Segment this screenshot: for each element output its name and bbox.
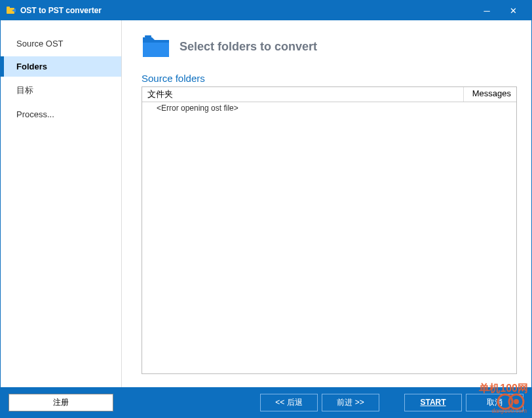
- nav-group: << 后退 前进 >>: [260, 394, 379, 411]
- minimize-button[interactable]: ─: [480, 6, 493, 16]
- column-header-folder[interactable]: 文件夹: [142, 87, 464, 102]
- window-controls: ─ ✕: [480, 6, 526, 16]
- sidebar-item-label: Source OST: [16, 39, 64, 48]
- svg-rect-3: [145, 35, 151, 37]
- sidebar-item-folders[interactable]: Folders: [1, 56, 121, 77]
- end-group: START 取消: [404, 394, 523, 411]
- sidebar-item-source-ost[interactable]: Source OST: [1, 33, 121, 54]
- table-header: 文件夹 Messages: [142, 87, 516, 102]
- main-area: Source OST Folders 目标 Process... Select …: [1, 20, 531, 387]
- svg-rect-1: [7, 7, 10, 9]
- column-header-messages[interactable]: Messages: [464, 87, 516, 102]
- sidebar-item-label: 目标: [16, 85, 33, 95]
- row-text: <Error opening ost file>: [157, 104, 238, 113]
- window-title: OST to PST converter: [20, 6, 480, 15]
- forward-button[interactable]: 前进 >>: [322, 394, 379, 411]
- close-button[interactable]: ✕: [506, 6, 520, 16]
- table-body: <Error opening ost file>: [142, 102, 516, 373]
- sidebar-item-label: Folders: [16, 62, 47, 71]
- bottombar: 注册 << 后退 前进 >> START 取消: [1, 387, 531, 417]
- start-button[interactable]: START: [404, 394, 462, 411]
- sidebar-item-process[interactable]: Process...: [1, 104, 121, 124]
- content-header: Select folders to convert: [142, 33, 517, 60]
- back-button[interactable]: << 后退: [260, 394, 318, 411]
- svg-rect-2: [143, 43, 169, 57]
- section-label: Source folders: [142, 73, 517, 84]
- folder-icon: [142, 33, 170, 60]
- content-panel: Select folders to convert Source folders…: [122, 20, 531, 387]
- cancel-button[interactable]: 取消: [466, 394, 523, 411]
- page-title: Select folders to convert: [180, 40, 317, 54]
- titlebar: OST to PST converter ─ ✕: [1, 1, 531, 20]
- register-button[interactable]: 注册: [9, 394, 113, 411]
- app-icon: [6, 5, 16, 16]
- sidebar-item-target[interactable]: 目标: [1, 79, 121, 102]
- sidebar: Source OST Folders 目标 Process...: [1, 20, 122, 387]
- sidebar-item-label: Process...: [16, 109, 54, 119]
- folder-table: 文件夹 Messages <Error opening ost file>: [142, 86, 517, 374]
- table-row[interactable]: <Error opening ost file>: [142, 102, 516, 114]
